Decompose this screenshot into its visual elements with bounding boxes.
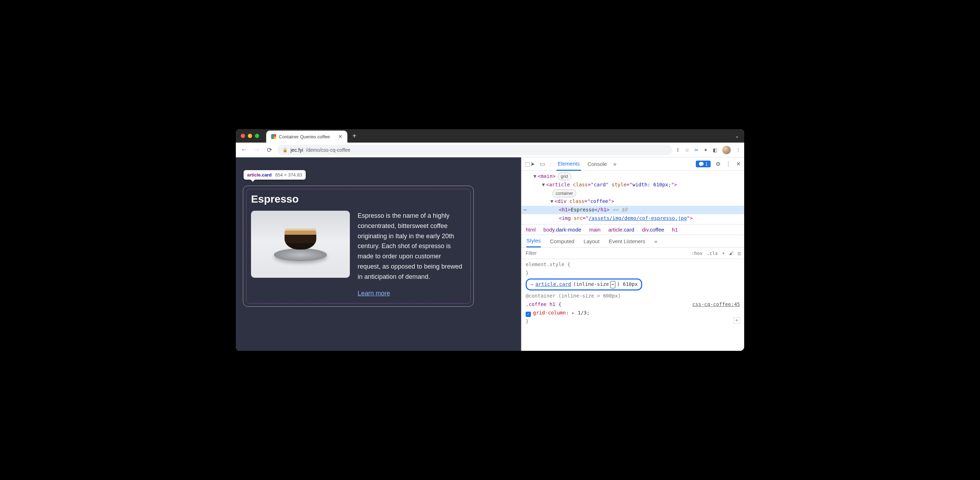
lock-icon: 🔒 xyxy=(282,148,288,153)
reload-button[interactable]: ⟳ xyxy=(265,146,274,154)
inspect-tooltip: article.card 654 × 374.83 xyxy=(243,170,306,180)
card-text-block: Espresso is the name of a highly concent… xyxy=(358,211,466,297)
share-icon[interactable]: ⇪ xyxy=(676,147,680,153)
dom-node-h1-selected[interactable]: <h1>Espresso</h1> == $0 xyxy=(522,206,744,214)
tabs-more-icon[interactable]: » xyxy=(613,161,616,167)
tab-elements[interactable]: Elements xyxy=(556,157,581,171)
devtools-panel: ⬚➤ ▭ | Elements Console » 1 ⚙ ⋮ ✕ ▼<main… xyxy=(521,157,744,351)
dom-node-article[interactable]: ▼<article class="card" style="width: 610… xyxy=(522,181,744,189)
dom-breadcrumb[interactable]: html body.dark-mode main article.card di… xyxy=(522,224,744,235)
page-viewport: article.card 654 × 374.83 Espresso Espre… xyxy=(236,157,521,351)
computed-toggle-icon[interactable]: ◫ xyxy=(738,251,741,256)
gear-icon[interactable]: ⚙ xyxy=(716,161,721,167)
styles-tabbar: Styles Computed Layout Event Listeners » xyxy=(522,235,744,248)
subtab-computed[interactable]: Computed xyxy=(550,238,574,244)
tooltip-class: .card xyxy=(261,172,272,178)
toolbar-actions: ⇪ ☆ ✂ ✦ ◧ ⋮ xyxy=(676,146,741,154)
kebab-icon[interactable]: ⋮ xyxy=(725,161,731,167)
rule-close: + } xyxy=(526,317,740,326)
container-badge-row: container xyxy=(522,189,744,198)
subtab-layout[interactable]: Layout xyxy=(584,238,600,244)
tooltip-dimensions: 654 × 374.83 xyxy=(275,172,302,178)
extensions-icon[interactable]: ✦ xyxy=(703,147,708,153)
crumb-body[interactable]: body.dark-mode xyxy=(543,227,581,233)
declaration-grid-column[interactable]: ✓grid-column: ▸ 1/3; xyxy=(526,309,740,317)
subtab-more-icon[interactable]: » xyxy=(654,238,657,244)
article-card: Espresso Espresso is the name of a highl… xyxy=(243,186,474,307)
grid-badge[interactable]: grid xyxy=(558,173,571,180)
subtab-styles[interactable]: Styles xyxy=(527,235,541,247)
container-query-info[interactable]: → article.card (inline-size ↔ ) 610px xyxy=(526,278,642,291)
card-description: Espresso is the name of a highly concent… xyxy=(358,211,466,282)
window-controls xyxy=(241,134,259,138)
tooltip-tag: article xyxy=(247,172,261,178)
card-title: Espresso xyxy=(251,193,466,205)
favicon xyxy=(271,134,276,139)
subtab-event-listeners[interactable]: Event Listeners xyxy=(609,238,645,244)
dom-node-div[interactable]: ▼<div class="coffee"> xyxy=(522,197,744,206)
element-style-open: element.style { xyxy=(526,261,740,269)
card-body: Espresso is the name of a highly concent… xyxy=(251,211,466,297)
crumb-article[interactable]: article.card xyxy=(608,227,634,233)
new-tab-button[interactable]: + xyxy=(347,132,361,140)
resize-icon[interactable]: ↔ xyxy=(610,281,616,288)
new-rule-button[interactable]: + xyxy=(722,251,725,256)
dom-tree[interactable]: ▼<main>grid ▼<article class="card" style… xyxy=(522,171,744,224)
rule-coffee-h1: css-cq-coffee:45 .coffee h1 { xyxy=(526,300,740,309)
browser-window: Container Queries coffee ✕ + ⌄ ← → ⟳ 🔒 j… xyxy=(236,129,744,351)
forward-button[interactable]: → xyxy=(252,146,261,154)
hov-toggle[interactable]: :hov xyxy=(692,251,703,256)
crumb-main[interactable]: main xyxy=(589,227,601,233)
add-declaration-button[interactable]: + xyxy=(733,317,740,324)
content-area: article.card 654 × 374.83 Espresso Espre… xyxy=(236,157,744,351)
scissors-icon[interactable]: ✂ xyxy=(694,147,698,153)
paint-icon[interactable]: 🖌 xyxy=(729,251,733,256)
bookmark-icon[interactable]: ☆ xyxy=(685,147,689,153)
profile-avatar[interactable] xyxy=(722,146,731,154)
element-style-close: } xyxy=(526,269,740,277)
menu-icon[interactable]: ⋮ xyxy=(736,147,741,153)
device-toggle-icon[interactable]: ▭ xyxy=(540,161,545,167)
dom-node-img[interactable]: <img src="/assets/img/demo/cof-espresso.… xyxy=(522,214,744,223)
at-container-rule: @container (inline-size > 600px) xyxy=(526,292,740,300)
dom-node-main[interactable]: ▼<main>grid xyxy=(522,172,744,181)
address-bar[interactable]: 🔒 jec.fyi/demo/css-cq-coffee xyxy=(277,145,672,155)
styles-filter-input[interactable] xyxy=(522,248,688,259)
tab-console[interactable]: Console xyxy=(586,157,608,171)
devtools-toolbar: ⬚➤ ▭ | Elements Console » 1 ⚙ ⋮ ✕ xyxy=(522,157,744,171)
inspect-icon[interactable]: ⬚➤ xyxy=(525,161,535,167)
close-tab-icon[interactable]: ✕ xyxy=(338,134,342,140)
styles-filter-row: :hov .cls + 🖌 ◫ xyxy=(522,248,744,259)
url-host: jec.fyi xyxy=(291,147,303,153)
container-badge[interactable]: container xyxy=(552,189,576,197)
source-link[interactable]: css-cq-coffee:45 xyxy=(692,300,740,309)
toolbar: ← → ⟳ 🔒 jec.fyi/demo/css-cq-coffee ⇪ ☆ ✂… xyxy=(236,143,744,157)
crumb-div[interactable]: div.coffee xyxy=(642,227,664,233)
crumb-h1[interactable]: h1 xyxy=(672,227,678,233)
container-selector-link[interactable]: article.card xyxy=(535,280,571,289)
coffee-image xyxy=(251,211,350,278)
back-button[interactable]: ← xyxy=(239,146,248,154)
close-devtools-icon[interactable]: ✕ xyxy=(736,161,741,167)
property-checkbox[interactable]: ✓ xyxy=(526,312,531,317)
maximize-window-button[interactable] xyxy=(255,134,259,138)
sidepanel-icon[interactable]: ◧ xyxy=(713,147,718,153)
cls-toggle[interactable]: .cls xyxy=(707,251,718,256)
tab-title: Container Queries coffee xyxy=(279,134,336,140)
browser-tab[interactable]: Container Queries coffee ✕ xyxy=(266,130,347,143)
minimize-window-button[interactable] xyxy=(248,134,252,138)
tabs-overflow-icon[interactable]: ⌄ xyxy=(735,133,739,139)
crumb-html[interactable]: html xyxy=(526,227,536,233)
url-path: /demo/css-cq-coffee xyxy=(306,147,350,153)
issues-badge[interactable]: 1 xyxy=(696,161,711,167)
close-window-button[interactable] xyxy=(241,134,245,138)
styles-rules[interactable]: element.style { } → article.card (inline… xyxy=(522,259,744,329)
learn-more-link[interactable]: Learn more xyxy=(358,290,390,297)
tab-strip: Container Queries coffee ✕ + ⌄ xyxy=(236,129,744,143)
